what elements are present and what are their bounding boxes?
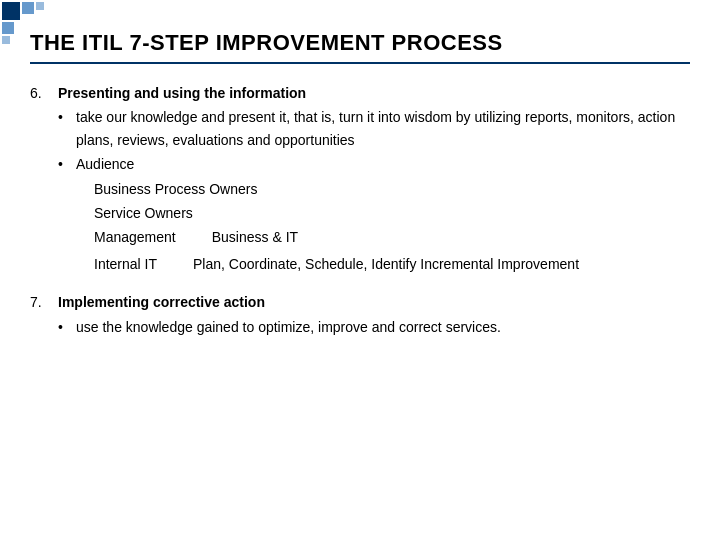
step-6-bullet-1: • take our knowledge and present it, tha… — [58, 106, 690, 151]
svg-rect-2 — [2, 22, 14, 34]
audience-item-business-process-owners: Business Process Owners — [94, 178, 579, 200]
svg-rect-4 — [2, 36, 10, 44]
content-area: 6. Presenting and using the information … — [30, 82, 690, 340]
step-6-bullet-list: • take our knowledge and present it, tha… — [58, 106, 690, 279]
audience-label: Audience — [76, 156, 134, 172]
step-6-bullet-2: • Audience Business Process Owners Servi… — [58, 153, 690, 279]
title-bar: THE ITIL 7-STEP IMPROVEMENT PROCESS — [30, 30, 690, 64]
step-7-number: 7. — [30, 291, 58, 313]
bullet-icon-2: • — [58, 153, 74, 175]
management-sub-item-business-it: Business & IT — [212, 226, 298, 248]
step-6-bullet-1-text: take our knowledge and present it, that … — [76, 106, 690, 151]
internal-it-sub-list: Plan, Coordinate, Schedule, Identify Inc… — [193, 253, 579, 277]
step-6-item: 6. Presenting and using the information … — [30, 82, 690, 281]
step-7-bullet-1-text: use the knowledge gained to optimize, im… — [76, 316, 501, 338]
svg-rect-3 — [36, 2, 44, 10]
bullet-icon-3: • — [58, 316, 74, 338]
management-sub-list: Business & IT — [212, 226, 298, 250]
step-6-heading: Presenting and using the information — [58, 85, 306, 101]
step-6-number: 6. — [30, 82, 58, 104]
audience-item-internal-it: Internal IT Plan, Coordinate, Schedule, … — [94, 253, 579, 277]
page-title: THE ITIL 7-STEP IMPROVEMENT PROCESS — [30, 30, 503, 55]
svg-rect-1 — [22, 2, 34, 14]
step-6-content: Presenting and using the information • t… — [58, 82, 690, 281]
audience-list: Business Process Owners Service Owners M… — [94, 178, 579, 278]
slide: THE ITIL 7-STEP IMPROVEMENT PROCESS 6. P… — [0, 0, 720, 540]
step-7-bullet-1: • use the knowledge gained to optimize, … — [58, 316, 690, 338]
audience-item-service-owners: Service Owners — [94, 202, 579, 224]
audience-item-management: Management Business & IT — [94, 226, 579, 250]
internal-it-sub-item-plan: Plan, Coordinate, Schedule, Identify Inc… — [193, 253, 579, 275]
step-7-heading: Implementing corrective action — [58, 294, 265, 310]
step-7-item: 7. Implementing corrective action • use … — [30, 291, 690, 340]
step-7-content: Implementing corrective action • use the… — [58, 291, 690, 340]
corner-decoration-icon — [0, 0, 60, 60]
svg-rect-0 — [2, 2, 20, 20]
step-7-bullet-list: • use the knowledge gained to optimize, … — [58, 316, 690, 338]
bullet-icon-1: • — [58, 106, 74, 128]
audience-block: Audience Business Process Owners Service… — [76, 153, 579, 279]
